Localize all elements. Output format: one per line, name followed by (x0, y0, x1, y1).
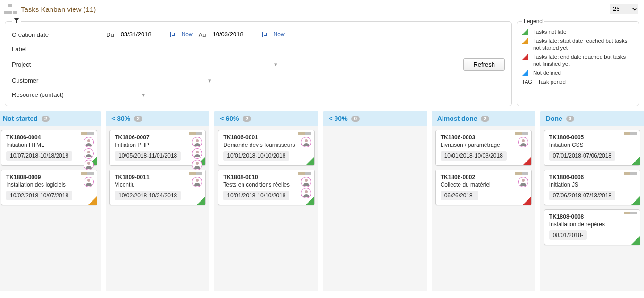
card-avatars (518, 137, 528, 147)
card-status-corner (631, 236, 640, 245)
kanban-card[interactable]: TK1806-0003Livraison / paramétrage10/01/… (435, 130, 532, 166)
resource-input[interactable] (106, 90, 144, 99)
card-status-corner (197, 196, 205, 205)
svg-point-11 (522, 139, 525, 142)
avatar[interactable] (192, 177, 202, 187)
customer-input[interactable] (106, 76, 210, 85)
kanban-card[interactable]: TK1808-0008Installation de repères08/01/… (544, 209, 640, 245)
card-code: TK1806-0001 (223, 134, 309, 141)
card-dates: 10/05/2018-11/01/2018 (115, 151, 181, 161)
avatar[interactable] (84, 177, 94, 187)
label-input[interactable] (106, 44, 151, 53)
kanban-card[interactable]: TK1809-0011Vicentiu10/02/2018-10/24/2018 (109, 170, 206, 205)
avatar[interactable] (192, 137, 202, 147)
svg-point-7 (196, 179, 199, 182)
card-avatars (301, 137, 311, 147)
card-topbar (189, 132, 202, 135)
kanban-card[interactable]: TK1808-0009Installation des logiciels10/… (1, 170, 97, 205)
column-header: Not started2 (0, 111, 101, 126)
avatar[interactable] (301, 188, 311, 198)
card-label: Livraison / paramétrage (441, 142, 527, 148)
avatar[interactable] (301, 177, 311, 187)
calendar-icon[interactable] (170, 32, 176, 37)
kanban-card[interactable]: TK1806-0005Initiation CSS07/01/2018-07/0… (544, 130, 640, 166)
kanban-card[interactable]: TK1806-0006Initiation JS07/06/2018-07/13… (544, 170, 640, 205)
kanban-card[interactable]: TK1806-0002Collecte du matériel06/26/201… (435, 170, 532, 205)
card-label: Installation des logiciels (6, 181, 92, 188)
kanban-card[interactable]: TK1806-0007Initiation PHP10/05/2018-11/0… (109, 130, 206, 166)
card-dates: 10/02/2018-10/07/2018 (6, 191, 72, 200)
column-header: < 30%2 (106, 111, 209, 126)
card-status-corner (523, 196, 531, 205)
page-title: Tasks Kanban view (11) (21, 5, 96, 13)
svg-point-10 (305, 190, 308, 193)
card-status-corner (88, 196, 97, 205)
svg-point-8 (305, 139, 308, 142)
legend-tag-text: Task period (538, 78, 566, 85)
card-avatars (84, 177, 94, 187)
date-from-input[interactable] (120, 30, 165, 39)
avatar[interactable] (192, 148, 202, 159)
page-size-select[interactable]: 25 (610, 4, 638, 14)
column-header: Done3 (540, 111, 644, 126)
card-label: Vicentiu (115, 181, 201, 188)
avatar[interactable] (84, 160, 94, 170)
column-body[interactable]: TK1806-0004Initiation HTML10/07/2018-10/… (0, 126, 101, 291)
card-topbar (189, 172, 202, 175)
card-dates: 10/01/2018-10/10/2018 (223, 151, 289, 161)
legend-item-text: Tasks not late (533, 28, 566, 35)
card-label: Collecte du matériel (441, 181, 527, 188)
refresh-button[interactable]: Refresh (463, 58, 505, 71)
kanban-card[interactable]: TK1806-0001Demande devis fournisseurs10/… (218, 130, 314, 166)
card-label: Demande devis fournisseurs (223, 142, 309, 148)
column-count: 2 (481, 116, 489, 122)
column-body[interactable]: TK1806-0003Livraison / paramétrage10/01/… (432, 126, 535, 291)
column-body[interactable]: TK1806-0005Initiation CSS07/01/2018-07/0… (540, 126, 644, 291)
from-prefix: Du (106, 31, 114, 38)
legend-item-text: Tasks late: end date reached but tasks n… (533, 53, 634, 68)
avatar[interactable] (518, 137, 528, 147)
avatar[interactable] (301, 137, 311, 147)
card-dates: 10/02/2018-10/24/2018 (115, 191, 181, 200)
column-title: < 60% (220, 115, 239, 122)
date-to-input[interactable] (212, 30, 257, 39)
avatar[interactable] (84, 137, 94, 147)
column-count: 2 (42, 116, 50, 122)
project-input[interactable] (106, 60, 276, 69)
avatar[interactable] (84, 148, 94, 159)
card-dates: 07/06/2018-07/13/2018 (549, 191, 615, 200)
now-link-to[interactable]: Now (274, 31, 285, 38)
kanban-card[interactable]: TK1808-0010Tests en conditions réelles10… (218, 170, 314, 205)
column-count: 2 (243, 116, 251, 122)
card-label: Initiation PHP (115, 142, 201, 148)
card-topbar (624, 212, 637, 214)
legend-tag-label: TAG (522, 78, 533, 85)
card-dates: 10/07/2018-10/18/2018 (6, 151, 72, 161)
filter-creation-date-label: Creation date (12, 31, 106, 38)
to-prefix: Au (199, 31, 206, 38)
calendar-icon[interactable] (262, 32, 268, 37)
card-avatars (518, 177, 528, 187)
svg-point-12 (522, 179, 525, 182)
avatar[interactable] (192, 160, 202, 170)
card-topbar (515, 132, 528, 135)
card-status-corner (523, 157, 531, 165)
now-link-from[interactable]: Now (182, 31, 193, 38)
column-count: 0 (351, 116, 360, 122)
svg-point-4 (196, 139, 199, 142)
triangle-green-icon (522, 28, 528, 35)
card-label: Initiation HTML (6, 142, 92, 148)
card-label: Initiation JS (549, 181, 635, 188)
column-header: Almost done2 (432, 111, 535, 126)
column-body[interactable]: TK1806-0007Initiation PHP10/05/2018-11/0… (106, 126, 209, 291)
card-topbar (81, 172, 94, 175)
avatar[interactable] (518, 177, 528, 187)
card-code: TK1809-0011 (115, 174, 201, 180)
column-body[interactable]: TK1806-0001Demande devis fournisseurs10/… (214, 126, 318, 291)
card-topbar (81, 132, 94, 135)
card-dates: 08/01/2018- (549, 230, 587, 240)
svg-point-0 (87, 139, 90, 142)
card-label: Tests en conditions réelles (223, 181, 309, 188)
kanban-card[interactable]: TK1806-0004Initiation HTML10/07/2018-10/… (1, 130, 97, 166)
column-body[interactable] (323, 126, 427, 291)
